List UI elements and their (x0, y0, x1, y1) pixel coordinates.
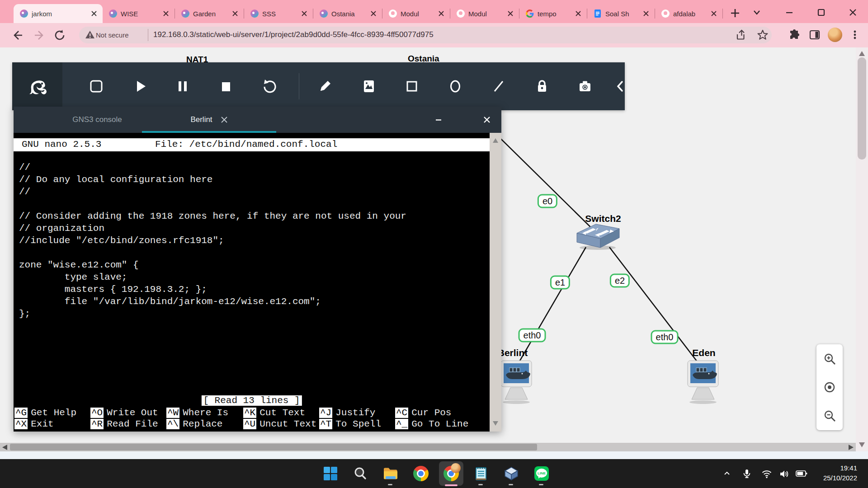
tab-close-icon[interactable] (710, 9, 718, 18)
vertical-scroll-thumb[interactable] (858, 57, 866, 160)
share-icon[interactable] (735, 29, 747, 41)
tab-garden[interactable]: Garden (175, 4, 244, 23)
scroll-left-icon[interactable] (2, 445, 7, 450)
window-maximize-button[interactable] (816, 7, 826, 18)
terminal-scrollbar[interactable] (490, 133, 501, 432)
draw-line-icon[interactable] (489, 76, 509, 96)
tab-ostania[interactable]: Ostania (313, 4, 382, 23)
console-close-button[interactable] (480, 113, 494, 127)
start-all-icon[interactable] (130, 76, 150, 96)
console-tab-close-icon[interactable] (221, 116, 228, 123)
reload-all-icon[interactable] (259, 76, 279, 96)
window-close-button[interactable] (847, 7, 858, 18)
tab-tempo[interactable]: tempo (519, 4, 587, 23)
terminal[interactable]: GNU nano 2.5.3 File: /etc/bind/named.con… (14, 133, 490, 432)
lock-all-icon[interactable] (532, 76, 552, 96)
page-vertical-scrollbar[interactable] (856, 47, 868, 451)
window-minimize-button[interactable] (784, 7, 795, 18)
scroll-down-icon[interactable] (859, 442, 865, 447)
tab-close-icon[interactable] (506, 9, 514, 18)
tab-close-icon[interactable] (642, 9, 650, 18)
scroll-down-icon[interactable] (493, 421, 498, 426)
gns3-favicon (109, 9, 117, 18)
line-app-button[interactable]: LINE (532, 464, 552, 483)
chrome-active-button[interactable] (441, 464, 461, 483)
tab-search-chevron-icon[interactable] (751, 7, 762, 18)
notepad-button[interactable] (471, 464, 491, 483)
bookmark-star-icon[interactable] (757, 29, 769, 41)
virtualbox-button[interactable] (501, 464, 521, 483)
screenshot-camera-icon[interactable] (575, 76, 595, 96)
side-panel-icon[interactable] (809, 29, 821, 41)
search-button[interactable] (350, 464, 370, 483)
taskbar-clock[interactable]: 19:41 25/10/2022 (823, 463, 857, 483)
tab-close-icon[interactable] (162, 9, 170, 18)
scroll-right-icon[interactable] (849, 445, 854, 450)
eden-docker-node-icon[interactable] (685, 360, 721, 405)
running-indicator (388, 484, 392, 485)
file-explorer-button[interactable] (381, 464, 401, 483)
tab-close-icon[interactable] (300, 9, 308, 18)
tab-label: WISE (121, 10, 158, 18)
nano-line: // Do any local configuration here (19, 174, 212, 187)
tray-wifi-icon[interactable] (761, 469, 772, 479)
switch2-icon[interactable] (574, 222, 621, 250)
tab-sss[interactable]: SSS (244, 4, 313, 23)
port-label-e1[interactable]: e1 (550, 276, 570, 290)
console-tab-berlint[interactable]: Berlint (142, 107, 276, 133)
page-horizontal-scrollbar[interactable] (0, 443, 856, 451)
scroll-up-icon[interactable] (859, 51, 865, 56)
reload-button[interactable] (53, 29, 66, 42)
not-secure-warning-icon[interactable] (85, 30, 95, 40)
browser-menu-icon[interactable] (849, 29, 861, 41)
draw-pencil-icon[interactable] (315, 76, 335, 96)
port-label-e0[interactable]: e0 (538, 194, 557, 208)
tab-modul-2[interactable]: Modul (450, 4, 519, 23)
console-minimize-button[interactable] (432, 113, 445, 127)
tab-modul-1[interactable]: Modul (382, 4, 450, 23)
tray-battery-icon[interactable] (796, 469, 807, 478)
tab-wise[interactable]: WISE (103, 4, 175, 23)
profile-avatar[interactable] (828, 28, 842, 42)
draw-ellipse-icon[interactable] (445, 76, 465, 96)
tab-close-icon[interactable] (574, 9, 582, 18)
tray-volume-icon[interactable] (778, 469, 789, 479)
scroll-up-icon[interactable] (493, 138, 498, 143)
tray-microphone-icon[interactable] (741, 468, 752, 479)
nano-shortcut: ^JJustify (319, 408, 375, 420)
back-button[interactable] (11, 29, 24, 42)
console-titlebar[interactable]: GNS3 console Berlint (14, 107, 501, 133)
chrome-button[interactable] (411, 464, 431, 483)
selection-tool-icon[interactable] (86, 76, 106, 96)
draw-rectangle-icon[interactable] (402, 76, 422, 96)
tab-close-icon[interactable] (231, 9, 239, 18)
tab-close-icon[interactable] (369, 9, 377, 18)
collapse-toolbar-chevron-icon[interactable] (610, 76, 630, 96)
berlint-docker-node-icon[interactable] (499, 360, 534, 405)
gns3-favicon (20, 9, 28, 18)
zoom-reset-button[interactable] (823, 380, 836, 394)
port-label-e2[interactable]: e2 (610, 274, 630, 288)
tab-close-icon[interactable] (90, 9, 98, 18)
horizontal-scroll-thumb[interactable] (10, 444, 537, 450)
nano-header: GNU nano 2.5.3 File: /etc/bind/named.con… (14, 138, 490, 151)
stop-all-icon[interactable] (216, 76, 236, 96)
tray-chevron-icon[interactable] (722, 469, 731, 478)
security-label: Not secure (96, 31, 129, 39)
github-favicon (457, 9, 465, 18)
start-button[interactable] (321, 464, 340, 483)
tab-jarkom[interactable]: jarkom (14, 4, 103, 23)
url-text[interactable]: 192.168.0.3/static/web-ui/server/1/proje… (153, 30, 434, 39)
suspend-all-icon[interactable] (173, 76, 193, 96)
tab-soal[interactable]: Soal Sh (587, 4, 655, 23)
zoom-in-button[interactable] (823, 352, 836, 366)
new-tab-button[interactable] (729, 7, 741, 19)
extensions-puzzle-icon[interactable] (788, 29, 800, 41)
tab-close-icon[interactable] (437, 9, 445, 18)
forward-button[interactable] (33, 29, 46, 42)
insert-image-icon[interactable] (359, 76, 379, 96)
port-label-eth0-berlint[interactable]: eth0 (519, 328, 546, 343)
zoom-out-button[interactable] (823, 409, 836, 422)
port-label-eth0-eden[interactable]: eth0 (651, 330, 679, 344)
tab-afdalab[interactable]: afdalab (655, 4, 722, 23)
